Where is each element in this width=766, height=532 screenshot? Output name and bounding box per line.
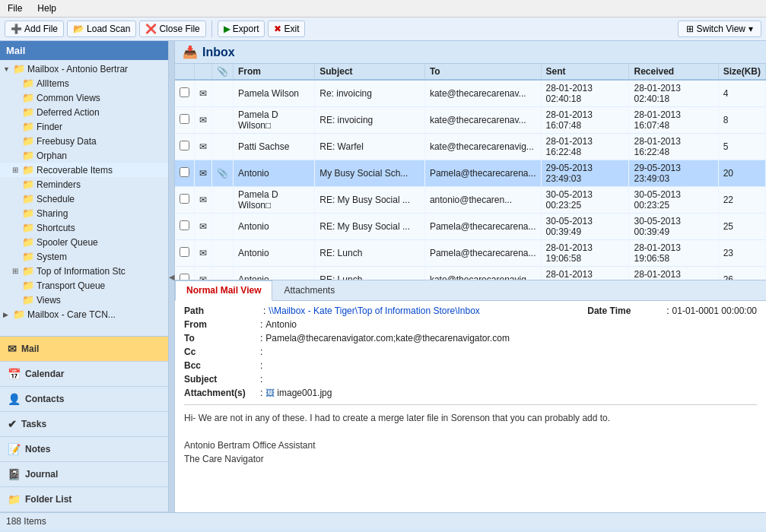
row-sent-6: 28-01-2013 19:06:58	[541, 240, 629, 267]
to-value: Pamela@thecarenavigator.com;kate@thecare…	[265, 333, 510, 344]
row-check-6[interactable]	[175, 240, 195, 267]
tree-item-0[interactable]: ▼📁Mailbox - Antonio Bertrar	[0, 62, 168, 76]
nav-label-notes: Notes	[25, 444, 50, 454]
table-row[interactable]: ✉ Pamela D Wilson□ RE: My Busy Social ..…	[175, 187, 766, 214]
tree-item-2[interactable]: 📁Common Views	[0, 90, 168, 105]
switch-view-button[interactable]: ⊞ Switch View ▾	[678, 21, 761, 37]
nav-btn-mail[interactable]: ✉Mail	[0, 337, 168, 362]
nav-btn-journal[interactable]: 📓Journal	[0, 462, 168, 487]
row-checkbox-5[interactable]	[180, 220, 189, 230]
row-icon-5: ✉	[195, 214, 212, 240]
nav-icon-mail: ✉	[8, 343, 17, 355]
col-header-from[interactable]: From	[234, 64, 315, 80]
row-checkbox-1[interactable]	[180, 114, 189, 124]
menu-help[interactable]: Help	[34, 2, 59, 15]
preview-tab-1[interactable]: Attachments	[272, 280, 346, 300]
nav-btn-notes[interactable]: 📝Notes	[0, 437, 168, 462]
row-to-5: Pamela@thecarecarena...	[424, 214, 541, 240]
table-row[interactable]: ✉ Patti Sachse RE: Warfel kate@thecareca…	[175, 134, 766, 160]
col-header-subject[interactable]: Subject	[315, 64, 425, 80]
row-check-7[interactable]	[175, 267, 195, 281]
close-file-button[interactable]: ❌ Close File	[139, 21, 205, 37]
menu-file[interactable]: File	[5, 2, 25, 15]
exit-button[interactable]: ✖ Exit	[268, 21, 305, 37]
row-checkbox-3[interactable]	[180, 167, 189, 177]
row-subject-4: RE: My Busy Social ...	[315, 187, 425, 214]
tree-label: System	[37, 252, 67, 262]
nav-label-contacts: Contacts	[25, 394, 64, 404]
table-row[interactable]: ✉ Pamela Wilson Re: invoicing kate@theca…	[175, 80, 766, 107]
nav-btn-tasks[interactable]: ✔Tasks	[0, 412, 168, 437]
table-row[interactable]: ✉ Antonio RE: Lunch kate@thecarecarenavi…	[175, 267, 766, 281]
sidebar-collapse-handle[interactable]: ◀	[169, 41, 175, 512]
tree-label: Recoverable Items	[37, 165, 113, 176]
toolbar-right: ⊞ Switch View ▾	[678, 21, 761, 37]
mail-icon: ✉	[199, 115, 207, 125]
row-check-2[interactable]	[175, 134, 195, 160]
tree-label: Transport Queue	[37, 280, 105, 291]
row-checkbox-7[interactable]	[180, 274, 189, 280]
tree-item-8[interactable]: 📁Reminders	[0, 177, 168, 192]
nav-btn-folder list[interactable]: 📁Folder List	[0, 487, 168, 512]
col-header-size[interactable]: Size(KB)	[718, 64, 765, 80]
tree-label: Common Views	[37, 93, 100, 103]
nav-label-tasks: Tasks	[21, 419, 46, 429]
nav-btn-contacts[interactable]: 👤Contacts	[0, 387, 168, 412]
tree-item-1[interactable]: 📁AllItems	[0, 76, 168, 90]
exit-label: Exit	[284, 24, 299, 34]
col-header-sent[interactable]: Sent	[541, 64, 629, 80]
row-icon-7: ✉	[195, 267, 212, 281]
export-label: Export	[233, 24, 259, 34]
tree-item-4[interactable]: 📁Finder	[0, 119, 168, 134]
tree-item-10[interactable]: 📁Sharing	[0, 206, 168, 220]
row-checkbox-4[interactable]	[180, 194, 189, 204]
col-header-received[interactable]: Received	[629, 64, 718, 80]
nav-icon-contacts: 👤	[8, 393, 21, 405]
tree-item-17[interactable]: ▶📁Mailbox - Care TCN...	[0, 307, 168, 321]
preview-tab-0[interactable]: Normal Mail View	[175, 280, 272, 301]
table-row[interactable]: ✉ 📎 Antonio My Busy Social Sch... Pamela…	[175, 160, 766, 187]
tree-item-3[interactable]: 📁Deferred Action	[0, 105, 168, 119]
add-file-button[interactable]: ➕ Add File	[5, 21, 64, 37]
tree-label: Shortcuts	[37, 223, 75, 233]
tree-item-16[interactable]: 📁Views	[0, 293, 168, 307]
row-check-3[interactable]	[175, 160, 195, 187]
nav-btn-calendar[interactable]: 📅Calendar	[0, 362, 168, 387]
email-body: Hi- We are not in any of these. I had to…	[184, 404, 757, 466]
row-checkbox-0[interactable]	[180, 87, 189, 97]
row-check-0[interactable]	[175, 80, 195, 107]
row-check-4[interactable]	[175, 187, 195, 214]
tree-item-14[interactable]: ⊞📁Top of Information Stc	[0, 264, 168, 278]
path-value[interactable]: \\Mailbox - Kate Tiger\Top of Informatio…	[269, 306, 479, 316]
row-received-1: 28-01-2013 16:07:48	[629, 107, 718, 134]
folder-icon: 📁	[22, 164, 34, 176]
row-check-5[interactable]	[175, 214, 195, 240]
tree-item-11[interactable]: 📁Shortcuts	[0, 220, 168, 235]
tree-item-13[interactable]: 📁System	[0, 249, 168, 264]
close-file-icon: ❌	[145, 24, 157, 34]
table-row[interactable]: ✉ Antonio RE: My Busy Social ... Pamela@…	[175, 214, 766, 240]
tree-item-6[interactable]: 📁Orphan	[0, 148, 168, 163]
row-checkbox-2[interactable]	[180, 141, 189, 150]
tree-item-15[interactable]: 📁Transport Queue	[0, 278, 168, 293]
row-attach-0	[212, 80, 234, 107]
attachment-colon: :	[260, 388, 262, 398]
row-icon-0: ✉	[195, 80, 212, 107]
table-row[interactable]: ✉ Antonio RE: Lunch Pamela@thecarecarena…	[175, 240, 766, 267]
table-row[interactable]: ✉ Pamela D Wilson□ RE: invoicing kate@th…	[175, 107, 766, 134]
tree-item-12[interactable]: 📁Spooler Queue	[0, 235, 168, 249]
tree-expand-icon: ▼	[3, 65, 11, 73]
tree-item-7[interactable]: ⊞📁Recoverable Items	[0, 163, 168, 177]
tree-item-9[interactable]: 📁Schedule	[0, 192, 168, 206]
load-scan-button[interactable]: 📂 Load Scan	[67, 21, 136, 37]
row-from-6: Antonio	[234, 240, 315, 267]
col-header-check	[175, 64, 195, 80]
col-header-to[interactable]: To	[424, 64, 541, 80]
tree-item-5[interactable]: 📁Freebusy Data	[0, 134, 168, 148]
inbox-title: Inbox	[202, 46, 235, 59]
row-check-1[interactable]	[175, 107, 195, 134]
export-button[interactable]: ▶ Export	[218, 21, 265, 37]
row-checkbox-6[interactable]	[180, 247, 189, 257]
datetime-label: Date Time	[587, 306, 663, 316]
tree-label: Schedule	[37, 194, 75, 204]
